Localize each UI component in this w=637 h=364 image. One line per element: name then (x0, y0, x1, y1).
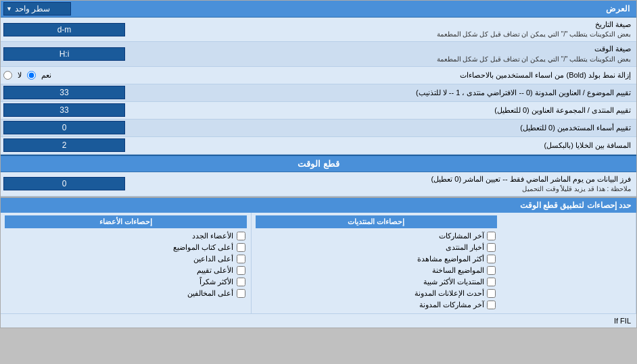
forum-stats-col: إحصاءات المنتديات آخر المشاركات أخبار ال… (251, 213, 502, 313)
list-item: آخر المشاركات (256, 230, 498, 242)
topic-limit-input-wrapper (1, 84, 149, 101)
list-item: الأعلى تقييم (5, 265, 247, 276)
checkbox-col1-4[interactable] (487, 278, 496, 286)
list-item: أعلى المخالفين (5, 288, 247, 299)
time-format-row: صيغة الوقت بعض التكوينات يتطلب "/" التي … (1, 42, 636, 66)
gap-input-wrapper (1, 137, 149, 153)
bottom-note: If FIL (1, 313, 636, 328)
checkbox-col2-4[interactable] (237, 278, 245, 286)
time-cut-row: فرز البيانات من يوم الماشر الماضي فقط --… (1, 172, 636, 197)
date-format-input[interactable] (3, 23, 125, 36)
stats-cols-wrap: إحصاءات المنتديات آخر المشاركات أخبار ال… (1, 213, 636, 313)
checkbox-col2-4-label: الأكثر شكراً (199, 278, 233, 286)
forum-limit-label: تقييم المنتدى / المجموعة العناوين (0 للت… (149, 103, 636, 118)
time-cut-label: فرز البيانات من يوم الماشر الماضي فقط --… (149, 172, 636, 196)
checkbox-col2-2-label: أعلى الداعين (193, 255, 233, 263)
list-item: أعلى الداعين (5, 253, 247, 265)
list-item: الأكثر شكراً (5, 276, 247, 288)
checkbox-col1-0[interactable] (487, 232, 496, 240)
checkbox-col2-5-label: أعلى المخالفين (187, 289, 233, 298)
list-item: آخر مشاركات المدونة (256, 299, 498, 311)
checkbox-col2-5[interactable] (237, 289, 245, 298)
bold-remove-label: إزالة نمط بولد (Bold) من اسماء المستخدمي… (149, 68, 636, 82)
members-stats-col: إحصاءات الأعضاء الأعضاء الجدد أعلى كتاب … (1, 213, 251, 313)
list-item: أكثر المواضيع مشاهدة (256, 253, 498, 265)
checkbox-col2-1[interactable] (237, 243, 245, 252)
checkbox-col1-5-label: أحدث الإعلانات المدونة (415, 289, 484, 298)
main-container: العرض سطر واحدسطرانثلاثة أسطر صيغة التار… (0, 0, 637, 328)
forum-limit-input[interactable] (3, 103, 125, 117)
list-item: المنتديات الأكثر شبية (256, 276, 498, 288)
checkbox-col1-1[interactable] (487, 243, 496, 252)
checkbox-col1-2-label: أكثر المواضيع مشاهدة (417, 255, 484, 263)
checkbox-col2-0-label: الأعضاء الجدد (192, 232, 233, 240)
forum-limit-row: تقييم المنتدى / المجموعة العناوين (0 للت… (1, 102, 636, 120)
topic-limit-row: تقييم الموضوع / العناوين المدونة (0 -- ا… (1, 84, 636, 102)
checkbox-col1-2[interactable] (487, 255, 496, 263)
gap-input[interactable] (3, 138, 125, 152)
members-stats-header: إحصاءات الأعضاء (5, 215, 247, 228)
list-item: أحدث الإعلانات المدونة (256, 288, 498, 299)
topic-limit-input[interactable] (3, 86, 125, 99)
time-format-input[interactable] (3, 47, 125, 61)
stats-section: حدد إحصاءات لتطبيق قطع الوقت إحصاءات الم… (1, 197, 636, 328)
select-wrapper[interactable]: سطر واحدسطرانثلاثة أسطر (3, 2, 71, 16)
checkbox-col1-1-label: أخبار المنتدى (446, 243, 484, 252)
topic-limit-label: تقييم الموضوع / العناوين المدونة (0 -- ا… (149, 86, 636, 100)
date-format-input-wrapper (1, 22, 149, 38)
header-row: العرض سطر واحدسطرانثلاثة أسطر (1, 1, 636, 18)
checkbox-col2-3[interactable] (237, 266, 245, 275)
checkbox-col1-6[interactable] (487, 301, 496, 309)
date-format-row: صيغة التاريخ بعض التكوينات يتطلب "/" الت… (1, 18, 636, 42)
forum-stats-header: إحصاءات المنتديات (256, 215, 498, 228)
checkbox-col1-5[interactable] (487, 289, 496, 298)
checkbox-col2-2[interactable] (237, 255, 245, 263)
time-format-input-wrapper (1, 46, 149, 62)
users-limit-input-wrapper (1, 120, 149, 136)
list-item: المواضيع الساخنة (256, 265, 498, 276)
bold-remove-input-wrapper: نعم لا (1, 70, 149, 81)
radio-no-label: لا (18, 71, 22, 80)
checkbox-col1-3[interactable] (487, 266, 496, 275)
checkbox-col2-3-label: الأعلى تقييم (197, 266, 233, 275)
radio-no[interactable] (3, 71, 12, 80)
time-cut-input[interactable] (3, 177, 125, 190)
two-checkbox-cols: إحصاءات المنتديات آخر المشاركات أخبار ال… (1, 213, 501, 313)
display-select[interactable]: سطر واحدسطرانثلاثة أسطر (3, 2, 71, 16)
gap-label: المسافة بين الخلايا (بالبكسل) (149, 138, 636, 153)
users-limit-row: تقييم أسماء المستخدمين (0 للتعطيل) (1, 120, 636, 137)
checkbox-col1-6-label: آخر مشاركات المدونة (419, 301, 484, 309)
bold-radio-group: نعم لا (3, 71, 147, 80)
list-item: الأعضاء الجدد (5, 230, 247, 242)
checkbox-col1-0-label: آخر المشاركات (439, 232, 484, 240)
right-note-area (501, 213, 636, 313)
users-limit-input[interactable] (3, 121, 125, 134)
time-section-header: قطع الوقت (1, 155, 636, 172)
date-format-label: صيغة التاريخ بعض التكوينات يتطلب "/" الت… (149, 18, 636, 41)
forum-limit-input-wrapper (1, 102, 149, 118)
gap-row: المسافة بين الخلايا (بالبكسل) (1, 137, 636, 155)
header-label: العرض (71, 4, 634, 14)
users-limit-label: تقييم أسماء المستخدمين (0 للتعطيل) (149, 121, 636, 135)
bold-remove-row: إزالة نمط بولد (Bold) من اسماء المستخدمي… (1, 67, 636, 84)
checkbox-col1-4-label: المنتديات الأكثر شبية (423, 278, 484, 286)
list-item: أخبار المنتدى (256, 242, 498, 253)
time-cut-input-wrapper (1, 176, 149, 192)
checkbox-col2-1-label: أعلى كتاب المواضيع (173, 243, 233, 252)
checkbox-col1-3-label: المواضيع الساخنة (432, 266, 484, 275)
checkbox-col2-0[interactable] (237, 232, 245, 240)
time-format-label: صيغة الوقت بعض التكوينات يتطلب "/" التي … (149, 42, 636, 66)
radio-yes[interactable] (27, 71, 36, 80)
list-item: أعلى كتاب المواضيع (5, 242, 247, 253)
stats-header: حدد إحصاءات لتطبيق قطع الوقت (1, 198, 636, 213)
radio-yes-label: نعم (41, 71, 51, 80)
